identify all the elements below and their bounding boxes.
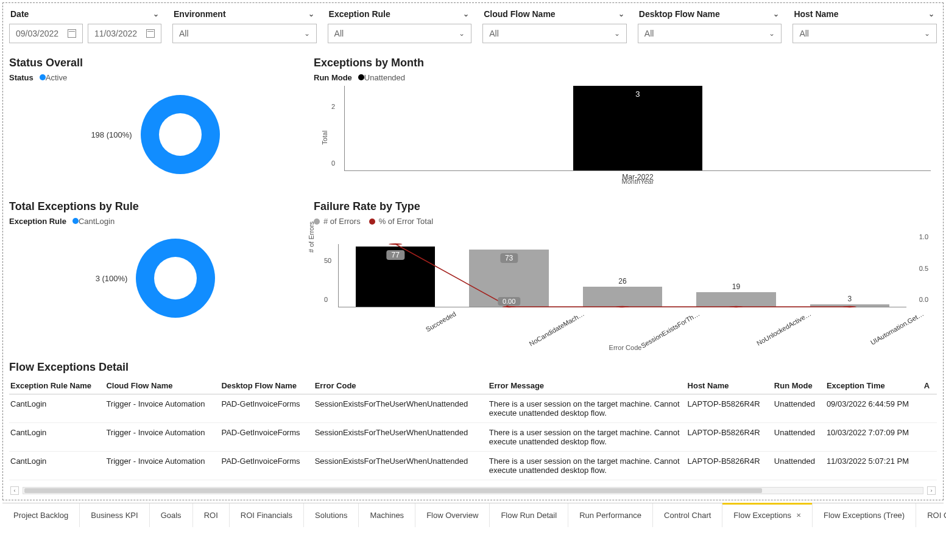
tab-flow-run-detail[interactable]: Flow Run Detail [490, 503, 568, 527]
table-cell: 10/03/2022 7:07:09 PM [825, 423, 923, 452]
tab-business-kpi[interactable]: Business KPI [80, 503, 149, 527]
chevron-down-icon: ⌄ [459, 29, 465, 38]
filter-host: Host Name ⌄ All ⌄ [792, 8, 937, 43]
bar[interactable]: 3 [573, 86, 702, 170]
column-header[interactable]: Error Message [488, 377, 687, 394]
date-end-value: 11/03/2022 [94, 29, 137, 38]
calendar-icon[interactable] [146, 29, 155, 38]
x-category-label: NoCandidateMach… [526, 307, 585, 348]
filter-cloud-label: Cloud Flow Name [484, 9, 555, 19]
desktop-flow-dropdown[interactable]: All ⌄ [638, 24, 782, 43]
detail-title: Flow Exceptions Detail [9, 361, 937, 374]
visual-exceptions-by-month[interactable]: Exceptions by Month Run Mode Unattended … [314, 54, 937, 189]
table-cell: There is a user session on the target ma… [488, 423, 687, 452]
chevron-down-icon[interactable]: ⌄ [463, 10, 469, 18]
table-cell [923, 394, 937, 423]
close-icon[interactable]: ✕ [796, 512, 801, 519]
x-category-label: SessionExistsForTh… [638, 307, 701, 349]
chevron-down-icon: ⌄ [769, 29, 775, 38]
column-header[interactable]: Cloud Flow Name [105, 377, 220, 394]
tab-roi-financials[interactable]: ROI Financials [230, 503, 304, 527]
chevron-down-icon[interactable]: ⌄ [928, 10, 934, 18]
y-tick: 2 [331, 103, 335, 110]
table-cell: PAD-GetInvoiceForms [220, 423, 313, 452]
tab-run-performance[interactable]: Run Performance [568, 503, 653, 527]
tab-label: Business KPI [91, 511, 138, 520]
tab-roi-calculations[interactable]: ROI Calculations [916, 503, 946, 527]
table-cell: Unattended [773, 452, 825, 480]
y-tick: 50 [324, 257, 331, 264]
chevron-down-icon[interactable]: ⌄ [153, 10, 159, 18]
table-cell: Trigger - Invoice Automation [105, 394, 220, 423]
column-header[interactable]: Host Name [687, 377, 773, 394]
table-row[interactable]: CantLoginTrigger - Invoice AutomationPAD… [9, 423, 937, 452]
table-cell: SessionExistsForTheUserWhenUnattended [314, 423, 488, 452]
desktop-flow-value: All [644, 29, 654, 38]
tebr-donut-chart[interactable] [136, 239, 215, 318]
column-header[interactable]: Exception Rule Name [9, 377, 105, 394]
table-cell: 11/03/2022 5:07:21 PM [825, 452, 923, 480]
tab-flow-exceptions-tree-[interactable]: Flow Exceptions (Tree) [813, 503, 916, 527]
status-legend-items: Active [40, 73, 67, 82]
visual-failure-rate[interactable]: Failure Rate by Type # of Errors% of Err… [314, 198, 937, 351]
ebm-plot[interactable]: MonthYear 023Mar-2022 [344, 86, 931, 171]
status-legend-title: Status [9, 73, 34, 82]
legend-item-label: CantLogin [79, 217, 115, 226]
status-donut-chart[interactable] [141, 95, 220, 174]
fr-legend-items: # of Errors% of Error Total [314, 217, 937, 226]
chevron-down-icon: ⌄ [614, 29, 620, 38]
table-cell: CantLogin [9, 423, 105, 452]
scroll-left-button[interactable]: ‹ [10, 486, 19, 495]
ebm-legend-title: Run Mode [314, 73, 352, 82]
table-row[interactable]: CantLoginTrigger - Invoice AutomationPAD… [9, 452, 937, 480]
tab-flow-overview[interactable]: Flow Overview [415, 503, 490, 527]
cloud-flow-dropdown[interactable]: All ⌄ [482, 24, 627, 43]
table-cell: There is a user session on the target ma… [488, 452, 687, 480]
column-header[interactable]: Exception Time [825, 377, 923, 394]
exception-rule-dropdown[interactable]: All ⌄ [328, 24, 472, 43]
chevron-down-icon[interactable]: ⌄ [308, 10, 314, 18]
y-tick: 0 [331, 159, 335, 167]
scroll-right-button[interactable]: › [927, 486, 936, 495]
filter-desktop-flow: Desktop Flow Name ⌄ All ⌄ [638, 8, 782, 43]
tab-project-backlog[interactable]: Project Backlog [2, 503, 80, 527]
horizontal-scrollbar[interactable]: ‹ › [10, 486, 936, 495]
environment-dropdown[interactable]: All ⌄ [172, 24, 317, 43]
legend-item-label: Active [46, 73, 67, 82]
tab-roi[interactable]: ROI [193, 503, 230, 527]
tebr-legend-items: CantLogin [72, 217, 115, 226]
host-dropdown[interactable]: All ⌄ [792, 24, 937, 43]
date-start-input[interactable]: 09/03/2022 [9, 24, 83, 43]
scroll-thumb[interactable] [24, 488, 762, 493]
svg-point-4 [843, 306, 856, 307]
svg-point-1 [502, 306, 515, 307]
tab-label: Goals [161, 511, 182, 520]
legend-dot [40, 74, 46, 80]
table-cell: Trigger - Invoice Automation [105, 423, 220, 452]
date-end-input[interactable]: 11/03/2022 [88, 24, 161, 43]
table-row[interactable]: CantLoginTrigger - Invoice AutomationPAD… [9, 394, 937, 423]
calendar-icon[interactable] [68, 29, 76, 38]
column-header[interactable]: A [923, 377, 937, 394]
column-header[interactable]: Error Code [314, 377, 488, 394]
filter-rule-label: Exception Rule [329, 9, 390, 19]
column-header[interactable]: Desktop Flow Name [220, 377, 313, 394]
table-cell: LAPTOP-B5826R4R [687, 394, 773, 423]
table-cell: There is a user session on the target ma… [488, 394, 687, 423]
scroll-track[interactable] [23, 487, 923, 494]
tab-goals[interactable]: Goals [150, 503, 193, 527]
visual-flow-exceptions-detail[interactable]: Flow Exceptions Detail Exception Rule Na… [9, 361, 937, 495]
environment-value: All [179, 29, 189, 38]
tab-solutions[interactable]: Solutions [304, 503, 359, 527]
visual-status-overall[interactable]: Status Overall Status Active 198 (100%) [9, 54, 302, 189]
column-header[interactable]: Run Mode [773, 377, 825, 394]
tab-label: Flow Run Detail [501, 511, 557, 520]
visual-total-exceptions-by-rule[interactable]: Total Exceptions by Rule Exception Rule … [9, 198, 302, 351]
chevron-down-icon[interactable]: ⌄ [618, 10, 624, 18]
tab-machines[interactable]: Machines [359, 503, 415, 527]
chevron-down-icon[interactable]: ⌄ [773, 10, 779, 18]
fr-plot[interactable]: 0500.00.51.077Succeeded73NoCandidateMach… [338, 244, 906, 307]
tab-flow-exceptions[interactable]: Flow Exceptions✕ [722, 503, 813, 527]
tab-control-chart[interactable]: Control Chart [653, 503, 722, 527]
filter-date-label: Date [10, 9, 29, 19]
